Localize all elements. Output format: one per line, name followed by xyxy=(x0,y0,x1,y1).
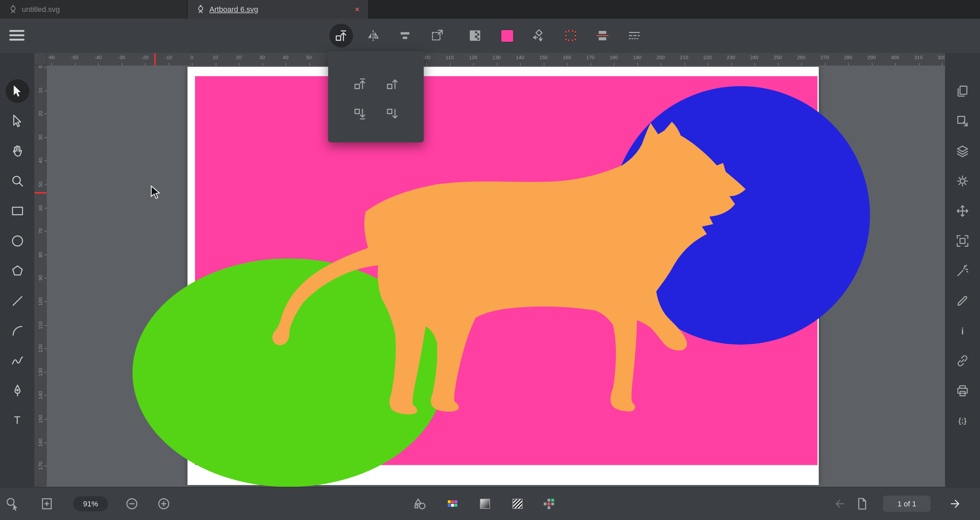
fill-color-swatch[interactable] xyxy=(495,24,519,48)
artboard-icon[interactable] xyxy=(951,109,975,133)
ruler-label: 0 xyxy=(191,55,193,61)
color-palette-icon[interactable] xyxy=(445,496,460,511)
select-tool[interactable] xyxy=(5,79,29,103)
ruler-label: -60 xyxy=(48,55,55,61)
send-to-back-button[interactable] xyxy=(343,101,376,128)
ruler-tick xyxy=(44,231,47,232)
app-window: untitled.svg Artboard 6.svg × xyxy=(0,0,980,520)
rectangle-tool[interactable] xyxy=(5,199,29,223)
ellipse-tool[interactable] xyxy=(5,229,29,253)
frame-crop-icon[interactable] xyxy=(951,229,975,253)
arrange-button[interactable] xyxy=(329,24,353,48)
ruler-tick xyxy=(567,63,568,66)
zoom-tool[interactable] xyxy=(5,169,29,193)
ruler-label: 10 xyxy=(213,55,218,61)
mosaic-pattern-icon[interactable] xyxy=(541,496,556,511)
ruler-tick xyxy=(496,63,497,66)
ruler-label: 30 xyxy=(38,135,43,140)
ruler-vertical[interactable]: 0102030405060708090100110120130140150160… xyxy=(34,66,47,487)
code-icon[interactable]: {;} xyxy=(951,409,975,433)
swap-transform-button[interactable] xyxy=(527,24,550,48)
ruler-label: 130 xyxy=(492,55,501,61)
arc-tool[interactable] xyxy=(5,319,29,343)
ruler-label: 250 xyxy=(774,55,782,61)
ruler-tick xyxy=(778,63,778,66)
ruler-tick xyxy=(44,90,47,91)
ruler-label: 120 xyxy=(469,55,477,61)
ruler-label: 40 xyxy=(38,158,43,163)
info-icon[interactable]: i xyxy=(951,319,975,343)
ruler-label: 300 xyxy=(891,55,899,61)
status-bar: 91% xyxy=(0,487,980,520)
previous-page-button[interactable] xyxy=(833,496,848,511)
ruler-label: 240 xyxy=(750,55,759,61)
ruler-tick xyxy=(44,255,47,255)
align-button[interactable] xyxy=(393,24,417,48)
tab-title: Artboard 6.svg xyxy=(209,5,258,14)
ruler-tick xyxy=(590,63,591,66)
hand-tool[interactable] xyxy=(5,140,29,163)
tool-strip-left: T xyxy=(0,53,34,487)
tab-artboard6[interactable]: Artboard 6.svg × xyxy=(188,0,369,19)
ruler-tick xyxy=(44,301,47,302)
ruler-tick xyxy=(285,63,286,66)
ruler-label: 10 xyxy=(38,87,43,93)
close-tab-icon[interactable]: × xyxy=(355,5,360,14)
gradient-icon[interactable] xyxy=(477,496,492,511)
direct-select-tool[interactable] xyxy=(5,109,29,133)
ruler-label: 90 xyxy=(38,275,43,281)
rasterize-button[interactable] xyxy=(463,24,487,48)
bring-to-front-button[interactable] xyxy=(343,70,376,98)
ruler-label: 150 xyxy=(38,415,43,423)
ruler-tick xyxy=(75,63,75,66)
ruler-tick xyxy=(121,63,122,66)
send-backward-button[interactable] xyxy=(376,101,409,128)
layers-icon[interactable] xyxy=(951,140,975,163)
polygon-tool[interactable] xyxy=(5,259,29,283)
magic-wand-icon[interactable] xyxy=(951,259,975,283)
transform-frame-button[interactable] xyxy=(425,24,449,48)
bring-forward-button[interactable] xyxy=(376,70,409,98)
zoom-options-icon[interactable] xyxy=(5,496,20,511)
zoom-out-button[interactable] xyxy=(124,496,140,511)
marquee-selection-button[interactable] xyxy=(559,24,582,48)
ruler-tick xyxy=(215,63,216,66)
ruler-label: -10 xyxy=(165,55,172,61)
line-tool[interactable] xyxy=(5,289,29,313)
ruler-tick xyxy=(473,63,474,66)
canvas-viewport[interactable] xyxy=(47,66,945,487)
zoom-level[interactable]: 91% xyxy=(73,496,108,511)
ruler-horizontal[interactable]: -60-50-40-30-20-100102030405060708090100… xyxy=(47,53,945,66)
ruler-label: 50 xyxy=(38,181,43,187)
ruler-tick xyxy=(44,348,47,349)
hatch-pattern-icon[interactable] xyxy=(510,496,525,511)
fit-canvas-icon[interactable] xyxy=(40,496,54,511)
ruler-tick xyxy=(44,161,47,162)
pencil-adjust-icon[interactable] xyxy=(951,289,975,313)
pages-icon[interactable] xyxy=(951,79,975,103)
tab-title: untitled.svg xyxy=(22,5,60,14)
settings-gear-icon[interactable] xyxy=(951,169,975,193)
pen-tool[interactable] xyxy=(5,379,29,403)
ruler-label: 140 xyxy=(516,55,524,61)
freehand-tool[interactable] xyxy=(5,349,29,373)
ruler-tick xyxy=(708,63,708,66)
stroke-style-button[interactable] xyxy=(622,24,646,48)
distribute-button[interactable] xyxy=(591,24,614,48)
ruler-label: 120 xyxy=(38,344,43,353)
next-page-button[interactable] xyxy=(947,496,962,511)
ruler-label: 0 xyxy=(38,66,43,68)
zoom-in-button[interactable] xyxy=(156,496,171,511)
ruler-label: 180 xyxy=(609,55,618,61)
flip-button[interactable] xyxy=(361,24,385,48)
tab-untitled[interactable]: untitled.svg xyxy=(0,0,188,19)
print-icon[interactable] xyxy=(951,379,975,403)
ruler-tick xyxy=(145,63,146,66)
shapes-library-icon[interactable] xyxy=(412,496,427,511)
link-icon[interactable] xyxy=(951,349,975,373)
text-tool[interactable]: T xyxy=(5,409,29,433)
transform-icon[interactable] xyxy=(951,199,975,223)
ruler-tick xyxy=(825,63,826,66)
menu-icon[interactable] xyxy=(10,30,24,42)
ruler-tick xyxy=(801,63,802,66)
